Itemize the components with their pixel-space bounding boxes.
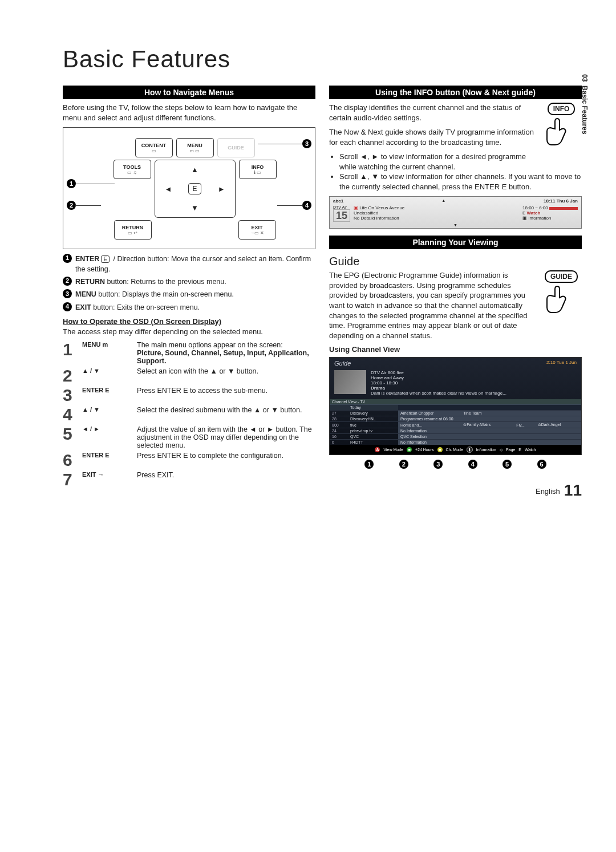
remote-dpad: ▲ ◄ E ► ▼ <box>155 160 236 218</box>
remote-diagram: 1 2 3 4 CONTENT▭ MENUm ▭ GUIDE <box>63 127 315 249</box>
dpad-enter-icon: E <box>188 183 201 194</box>
dpad-right-icon: ► <box>218 185 225 193</box>
remote-content-button: CONTENT▭ <box>135 138 173 157</box>
now-next-osd: abc1 ▲ 18:11 Thu 6 Jan DTV Air 15 ▣ Life… <box>329 196 582 229</box>
chapter-label: Basic Features <box>581 86 589 134</box>
remote-legend: 1 ENTERE / Direction button: Move the cu… <box>63 254 315 313</box>
side-tab: 03 Basic Features <box>581 74 589 134</box>
remote-return-button: RETURN▭ ↩ <box>114 220 152 240</box>
remote-menu-button: MENUm ▭ <box>176 138 214 157</box>
guide-row: 27DiscoveryAmerican ChopperTine Team <box>330 411 581 416</box>
section-info-button: Using the INFO button (Now & Next guide) <box>329 86 582 99</box>
guide-osd: Guide 2:10 Tue 1 Jun DTV Air 800 five Ho… <box>329 357 582 455</box>
remote-tools-button: TOOLS▭ ♫ <box>114 160 151 179</box>
guide-button-icon: GUIDE <box>541 270 582 317</box>
section-planning-viewing: Planning Your Viewing <box>329 236 582 249</box>
guide-heading: Guide <box>329 255 582 268</box>
remote-guide-button: GUIDE <box>217 138 255 157</box>
guide-row: 24price-drop.tvNo Information <box>330 428 581 434</box>
page-footer: English 11 <box>536 481 582 500</box>
section-navigate-menus: How to Navigate Menus <box>63 86 315 99</box>
info-button-icon: INFO <box>541 103 582 149</box>
callout-4: 4 <box>302 201 311 210</box>
guide-osd-thumb <box>334 370 366 394</box>
osd-steps-table: 1MENU m The main menu options appear on … <box>63 341 315 488</box>
remote-exit-button: EXIT→▭ ✕ <box>238 220 276 240</box>
guide-row: 28DiscoveryH&LProgrammes resume at 06:00 <box>330 416 581 422</box>
dpad-up-icon: ▲ <box>191 165 198 174</box>
using-channel-view: Using Channel View <box>329 345 582 354</box>
osd-note: The access step may differ depending on … <box>63 327 315 337</box>
guide-osd-footer: AView Mode ■+24 Hours ■Ch. Mode ℹInforma… <box>330 445 581 455</box>
info-bullets: Scroll ◄, ► to view information for a de… <box>329 152 582 192</box>
guide-callouts-row: 1 2 3 4 5 6 <box>329 455 582 469</box>
dpad-down-icon: ▼ <box>191 204 198 212</box>
guide-row: 6R4DTTNo Information <box>330 440 581 445</box>
page-title: Basic Features <box>63 46 582 73</box>
guide-row: 16QVCQVC Selection <box>330 434 581 440</box>
guide-row: 800fiveHome and...⊙Family AffairsFiv...⊙… <box>330 422 581 428</box>
osd-subhead: How to Operate the OSD (On Screen Displa… <box>63 317 315 326</box>
chapter-number: 03 <box>581 74 589 82</box>
callout-3: 3 <box>302 139 311 148</box>
remote-info-button: INFOℹ ▭ <box>239 160 277 179</box>
nav-intro: Before using the TV, follow the steps be… <box>63 103 315 123</box>
dpad-left-icon: ◄ <box>164 185 172 193</box>
